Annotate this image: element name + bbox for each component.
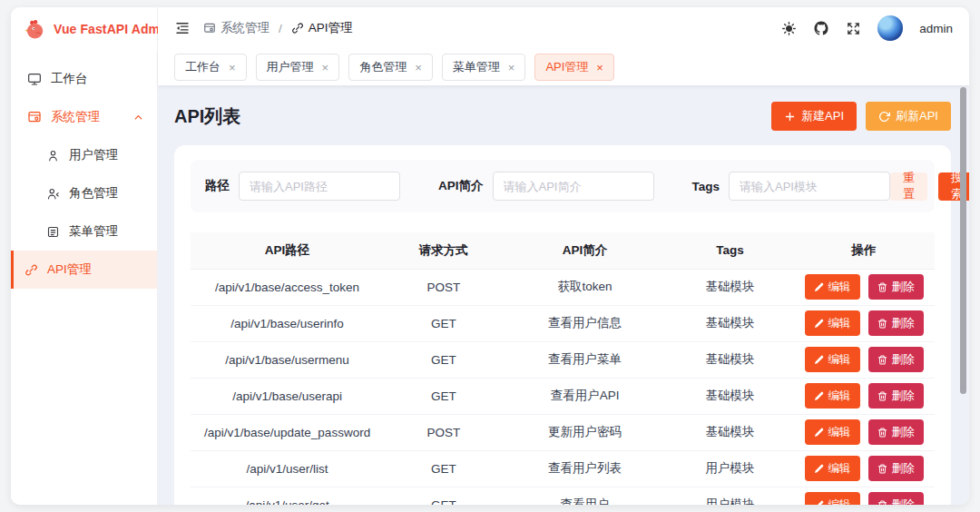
page-header: API列表 新建API 刷新API: [174, 102, 951, 131]
content-area: API列表 新建API 刷新API: [158, 85, 969, 505]
tab[interactable]: 用户管理 ×: [256, 54, 340, 81]
reset-button[interactable]: 重置: [890, 172, 927, 201]
method-cell: POST: [384, 414, 503, 450]
sidebar-item-user-management[interactable]: 用户管理: [11, 136, 157, 174]
edit-button[interactable]: 编辑: [805, 419, 860, 445]
edit-button[interactable]: 编辑: [805, 274, 860, 300]
sidebar-item-api-management[interactable]: API管理: [11, 251, 157, 289]
delete-button[interactable]: 删除: [868, 274, 924, 300]
delete-button[interactable]: 删除: [868, 383, 924, 409]
system-settings-icon: [27, 110, 42, 124]
api-path-cell: /api/v1/base/userinfo: [191, 305, 384, 341]
fullscreen-icon[interactable]: [846, 21, 861, 36]
api-list-card: 路径 API简介 Tags 重置 搜索: [174, 145, 951, 505]
tab-bar: 工作台 × 用户管理 × 角色管理 × 菜单管理 × API管理 ×: [158, 49, 969, 85]
delete-button[interactable]: 删除: [868, 310, 924, 336]
table-row: /api/v1/base/update_password POST 更新用户密码…: [191, 414, 935, 450]
trash-icon: [877, 355, 887, 365]
api-link-icon: [291, 22, 304, 34]
app-logo[interactable]: Vue FastAPI Admin: [11, 7, 157, 51]
sidebar-item-label: 菜单管理: [69, 223, 118, 240]
summary-filter-input[interactable]: [493, 172, 654, 201]
tab[interactable]: API管理 ×: [534, 54, 614, 81]
api-path-cell: /api/v1/user/list: [191, 450, 384, 487]
column-header: API路径: [191, 232, 384, 269]
table-body: /api/v1/base/access_token POST 获取token 基…: [191, 269, 935, 505]
app-title: Vue FastAPI Admin: [54, 22, 172, 36]
edit-button[interactable]: 编辑: [805, 492, 860, 505]
theme-sun-icon[interactable]: [781, 21, 797, 36]
edit-button[interactable]: 编辑: [805, 310, 860, 336]
tags-cell: 基础模块: [667, 414, 793, 450]
tags-cell: 基础模块: [667, 378, 793, 414]
tab[interactable]: 菜单管理 ×: [442, 54, 526, 81]
chicken-logo-icon: [23, 17, 46, 41]
api-link-icon: [24, 263, 38, 277]
table-row: /api/v1/user/list GET 查看用户列表 用户模块 编辑 删除: [191, 450, 935, 487]
summary-cell: 查看用户: [503, 487, 666, 505]
edit-button[interactable]: 编辑: [805, 383, 860, 409]
method-cell: GET: [384, 450, 503, 487]
tab[interactable]: 角色管理 ×: [348, 54, 433, 81]
sidebar-item-workbench[interactable]: 工作台: [11, 60, 157, 98]
summary-filter-label: API简介: [438, 178, 484, 194]
close-icon[interactable]: ×: [508, 62, 515, 74]
summary-cell: 查看用户API: [503, 378, 666, 414]
actions-cell: 编辑 删除: [793, 487, 935, 505]
summary-cell: 查看用户列表: [503, 450, 666, 487]
tags-cell: 基础模块: [667, 341, 793, 378]
github-icon[interactable]: [813, 20, 829, 36]
tab[interactable]: 工作台 ×: [174, 54, 247, 81]
delete-button[interactable]: 删除: [868, 492, 924, 505]
pencil-icon: [814, 464, 824, 474]
breadcrumb-item-system[interactable]: 系统管理: [203, 20, 270, 36]
method-cell: GET: [384, 341, 503, 378]
actions-cell: 编辑 删除: [793, 305, 935, 341]
trash-icon: [877, 391, 887, 401]
breadcrumb: 系统管理 / API管理: [203, 20, 353, 36]
tags-cell: 基础模块: [667, 269, 793, 305]
actions-cell: 编辑 删除: [793, 414, 935, 450]
column-header: 操作: [793, 232, 935, 269]
close-icon[interactable]: ×: [596, 62, 603, 74]
table-row: /api/v1/base/usermenu GET 查看用户菜单 基础模块 编辑…: [191, 341, 935, 378]
method-cell: GET: [384, 378, 503, 414]
path-filter-input[interactable]: [239, 172, 400, 201]
create-api-button[interactable]: 新建API: [771, 102, 857, 131]
breadcrumb-separator: /: [279, 22, 282, 35]
refresh-api-button[interactable]: 刷新API: [866, 102, 951, 131]
delete-button[interactable]: 删除: [868, 347, 924, 372]
breadcrumb-item-api[interactable]: API管理: [291, 20, 353, 36]
vertical-scrollbar[interactable]: [960, 87, 966, 394]
top-bar: 系统管理 / API管理: [158, 7, 969, 49]
sidebar-item-system-management[interactable]: 系统管理: [11, 98, 157, 136]
user-avatar[interactable]: [877, 15, 903, 41]
method-cell: GET: [384, 305, 503, 341]
close-icon[interactable]: ×: [322, 62, 329, 74]
table-row: /api/v1/user/get GET 查看用户 用户模块 编辑 删除: [191, 487, 935, 505]
summary-cell: 查看用户菜单: [503, 341, 666, 378]
tags-filter-input[interactable]: [729, 172, 890, 201]
column-header: 请求方式: [384, 232, 503, 269]
actions-cell: 编辑 删除: [793, 341, 935, 378]
summary-cell: 更新用户密码: [503, 414, 666, 450]
edit-button[interactable]: 编辑: [805, 456, 860, 481]
roles-icon: [46, 187, 60, 201]
collapse-sidebar-icon[interactable]: [174, 20, 191, 36]
username-label[interactable]: admin: [919, 22, 953, 35]
method-cell: POST: [384, 269, 503, 305]
delete-button[interactable]: 删除: [868, 419, 924, 445]
pencil-icon: [814, 428, 824, 438]
close-icon[interactable]: ×: [229, 62, 236, 74]
column-header: API简介: [503, 232, 666, 269]
edit-button[interactable]: 编辑: [805, 347, 860, 372]
chevron-up-icon: [133, 113, 143, 123]
refresh-icon: [878, 111, 890, 123]
close-icon[interactable]: ×: [415, 62, 422, 74]
delete-button[interactable]: 删除: [868, 456, 924, 481]
sidebar-item-role-management[interactable]: 角色管理: [11, 174, 157, 212]
api-path-cell: /api/v1/user/get: [191, 487, 384, 505]
user-icon: [46, 149, 60, 162]
sidebar-item-menu-management[interactable]: 菜单管理: [11, 212, 157, 251]
tags-cell: 用户模块: [667, 487, 793, 505]
